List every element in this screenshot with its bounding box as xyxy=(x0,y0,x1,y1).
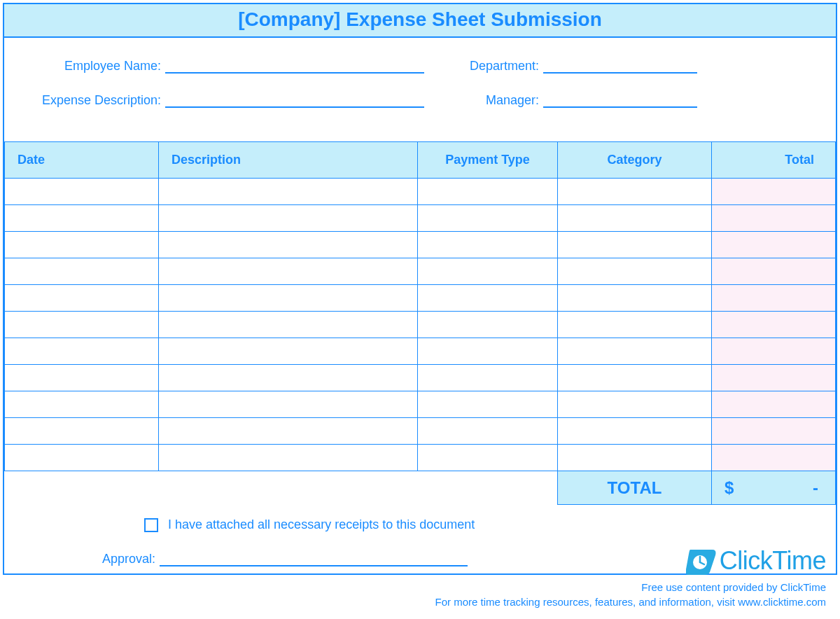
table-row xyxy=(5,391,836,418)
cell-date[interactable] xyxy=(5,205,159,232)
cell-category[interactable] xyxy=(558,258,712,285)
summary-row: TOTAL $ - xyxy=(5,471,836,505)
page-title: [Company] Expense Sheet Submission xyxy=(4,8,836,31)
credit-line-2: For more time tracking resources, featur… xyxy=(435,594,826,609)
table-row xyxy=(5,365,836,391)
department-input[interactable] xyxy=(543,60,697,74)
table-row xyxy=(5,205,836,232)
table-row xyxy=(5,285,836,312)
table-row xyxy=(5,418,836,445)
cell-category[interactable] xyxy=(558,365,712,391)
cell-date[interactable] xyxy=(5,365,159,391)
cell-date[interactable] xyxy=(5,179,159,205)
cell-date[interactable] xyxy=(5,445,159,471)
cell-total[interactable] xyxy=(712,445,836,471)
cell-payment_type[interactable] xyxy=(418,232,558,258)
cell-category[interactable] xyxy=(558,418,712,445)
cell-total[interactable] xyxy=(712,285,836,312)
cell-payment_type[interactable] xyxy=(418,418,558,445)
summary-amount: - xyxy=(813,478,818,498)
cell-description[interactable] xyxy=(159,205,418,232)
cell-payment_type[interactable] xyxy=(418,258,558,285)
table-row xyxy=(5,179,836,205)
cell-description[interactable] xyxy=(159,285,418,312)
cell-description[interactable] xyxy=(159,258,418,285)
approval-label: Approval: xyxy=(102,552,160,566)
cell-category[interactable] xyxy=(558,312,712,338)
cell-category[interactable] xyxy=(558,285,712,312)
cell-description[interactable] xyxy=(159,418,418,445)
cell-description[interactable] xyxy=(159,312,418,338)
cell-payment_type[interactable] xyxy=(418,391,558,418)
cell-description[interactable] xyxy=(159,445,418,471)
table-row xyxy=(5,338,836,365)
cell-category[interactable] xyxy=(558,179,712,205)
cell-payment_type[interactable] xyxy=(418,445,558,471)
summary-label: TOTAL xyxy=(558,471,712,505)
cell-total[interactable] xyxy=(712,232,836,258)
table-row xyxy=(5,258,836,285)
cell-payment_type[interactable] xyxy=(418,285,558,312)
manager-input[interactable] xyxy=(543,94,697,108)
expense-description-label: Expense Description: xyxy=(32,93,165,108)
summary-value: $ - xyxy=(712,471,836,505)
brand-logo: ClickTime xyxy=(686,546,826,576)
credit-line-1: Free use content provided by ClickTime xyxy=(435,580,826,594)
department-label: Department: xyxy=(452,59,543,74)
cell-total[interactable] xyxy=(712,338,836,365)
employee-name-field: Employee Name: xyxy=(32,59,452,74)
cell-total[interactable] xyxy=(712,179,836,205)
cell-description[interactable] xyxy=(159,179,418,205)
cell-total[interactable] xyxy=(712,365,836,391)
cell-date[interactable] xyxy=(5,338,159,365)
expense-sheet: [Company] Expense Sheet Submission Emplo… xyxy=(3,3,837,575)
col-payment-type: Payment Type xyxy=(418,142,558,179)
summary-currency: $ xyxy=(724,478,734,498)
expense-description-input[interactable] xyxy=(165,94,424,108)
manager-label: Manager: xyxy=(452,93,543,108)
employee-name-label: Employee Name: xyxy=(32,59,165,74)
cell-payment_type[interactable] xyxy=(418,312,558,338)
cell-category[interactable] xyxy=(558,232,712,258)
cell-category[interactable] xyxy=(558,338,712,365)
cell-date[interactable] xyxy=(5,312,159,338)
cell-payment_type[interactable] xyxy=(418,179,558,205)
cell-total[interactable] xyxy=(712,312,836,338)
cell-description[interactable] xyxy=(159,391,418,418)
cell-category[interactable] xyxy=(558,391,712,418)
cell-category[interactable] xyxy=(558,205,712,232)
cell-payment_type[interactable] xyxy=(418,365,558,391)
table-row xyxy=(5,312,836,338)
approval-input[interactable] xyxy=(160,552,468,566)
cell-date[interactable] xyxy=(5,418,159,445)
cell-date[interactable] xyxy=(5,391,159,418)
employee-name-input[interactable] xyxy=(165,60,424,74)
department-field: Department: xyxy=(452,59,808,74)
cell-payment_type[interactable] xyxy=(418,205,558,232)
brand-name: ClickTime xyxy=(720,546,826,576)
cell-payment_type[interactable] xyxy=(418,338,558,365)
cell-description[interactable] xyxy=(159,338,418,365)
cell-total[interactable] xyxy=(712,258,836,285)
credits: Free use content provided by ClickTime F… xyxy=(435,580,826,609)
cell-date[interactable] xyxy=(5,232,159,258)
receipts-checkbox[interactable] xyxy=(144,518,158,532)
col-total: Total xyxy=(712,142,836,179)
cell-total[interactable] xyxy=(712,205,836,232)
clock-icon xyxy=(686,547,717,575)
col-description: Description xyxy=(159,142,418,179)
meta-section: Employee Name: Department: Expense Descr… xyxy=(4,38,836,141)
receipts-label: I have attached all necessary receipts t… xyxy=(168,517,475,532)
col-date: Date xyxy=(5,142,159,179)
cell-date[interactable] xyxy=(5,258,159,285)
expense-description-field: Expense Description: xyxy=(32,93,452,108)
title-bar: [Company] Expense Sheet Submission xyxy=(4,4,836,38)
cell-description[interactable] xyxy=(159,365,418,391)
cell-total[interactable] xyxy=(712,391,836,418)
cell-description[interactable] xyxy=(159,232,418,258)
cell-date[interactable] xyxy=(5,285,159,312)
receipts-row: I have attached all necessary receipts t… xyxy=(144,517,808,532)
cell-total[interactable] xyxy=(712,418,836,445)
table-row xyxy=(5,445,836,471)
cell-category[interactable] xyxy=(558,445,712,471)
